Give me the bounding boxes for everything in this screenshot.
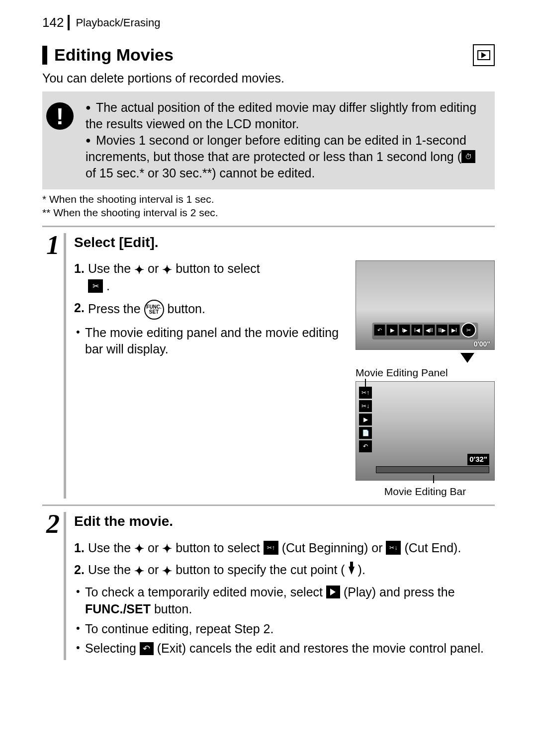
- warning-list: The actual position of the edited movie …: [86, 99, 486, 181]
- substep: 2.Press the FUNC.SET button.: [74, 300, 344, 320]
- substep: 1.Use the ✦ or ✦ button to select ✂↑ (Cu…: [74, 540, 495, 557]
- frame-fwd-icon: II▶: [437, 325, 448, 336]
- prev-frame-icon: I◀: [412, 325, 423, 336]
- warning-item: Movies 1 second or longer before editing…: [86, 132, 486, 181]
- play-icon: ▶: [359, 414, 372, 425]
- cut-end-icon: ✂↓: [359, 400, 372, 412]
- right-arrow-icon: ✦: [162, 563, 172, 579]
- up-arrow-icon: ✦: [134, 541, 144, 557]
- step-notes: The movie editing panel and the movie ed…: [74, 325, 344, 358]
- substep: 2.Use the ✦ or ✦ button to specify the c…: [74, 562, 495, 579]
- undo-icon: ↶: [374, 325, 385, 336]
- cut-beginning-icon: ✂↑: [359, 387, 372, 399]
- editing-bar: [376, 466, 489, 473]
- playback-mode-icon: [473, 44, 495, 66]
- cut-beginning-icon: ✂↑: [264, 541, 278, 555]
- warning-item: The actual position of the edited movie …: [86, 99, 486, 132]
- intro-text: You can delete portions of recorded movi…: [42, 71, 495, 85]
- panel-label: Movie Editing Panel: [356, 366, 495, 380]
- timelapse-movie-icon: ⏱: [461, 150, 475, 163]
- step-number: 2: [42, 512, 66, 660]
- warning-icon: !: [46, 102, 74, 130]
- next-frame-icon: ▶I: [449, 325, 460, 336]
- play-icon: [326, 586, 340, 598]
- step-note: To check a temporarily edited movie, sel…: [74, 584, 495, 618]
- edit-scissor-icon: ✂: [461, 323, 476, 337]
- left-arrow-icon: ✦: [134, 563, 144, 579]
- step-title: Edit the movie.: [74, 512, 495, 531]
- section-title: Editing Movies: [42, 46, 174, 64]
- left-arrow-icon: ✦: [134, 262, 144, 278]
- scissor-edit-icon: ✂: [88, 279, 103, 293]
- step-note: Selecting ↶ (Exit) cancels the edit and …: [74, 640, 495, 657]
- step-number: 1: [42, 233, 66, 499]
- right-arrow-icon: ✦: [162, 262, 172, 278]
- step-notes: To check a temporarily edited movie, sel…: [74, 584, 495, 657]
- footnotes: * When the shooting interval is 1 sec. *…: [42, 192, 495, 220]
- step-block: 1 Select [Edit]. 1.Use the ✦ or ✦ button…: [42, 226, 495, 499]
- step-substeps: 1.Use the ✦ or ✦ button to select ✂↑ (Cu…: [74, 540, 495, 579]
- exit-icon: ↶: [359, 440, 372, 452]
- bar-label: Movie Editing Bar: [356, 485, 495, 499]
- step-block: 2 Edit the movie. 1.Use the ✦ or ✦ butto…: [42, 504, 495, 660]
- frame-back-icon: ◀II: [424, 325, 435, 336]
- slow-play-icon: I▶: [399, 325, 410, 336]
- play-icon: ▶: [387, 325, 398, 336]
- movie-control-bar: ↶ ▶ I▶ I◀ ◀II II▶ ▶I ✂: [372, 323, 478, 339]
- down-arrow-icon: ✦: [162, 541, 172, 557]
- warning-box: ! The actual position of the edited movi…: [42, 91, 495, 189]
- footnote: ** When the shooting interval is 2 sec.: [42, 206, 495, 219]
- panel-time: 0'32": [467, 454, 489, 465]
- cut-end-icon: ✂↓: [386, 541, 401, 555]
- time-readout: 0'00": [474, 339, 490, 349]
- step-title: Select [Edit].: [74, 233, 495, 252]
- pointer-arrow-icon: [460, 353, 474, 363]
- step-note: The movie editing panel and the movie ed…: [74, 325, 344, 358]
- editing-side-icons: ✂↑ ✂↓ ▶ 📄 ↶: [359, 387, 372, 452]
- save-icon: 📄: [359, 427, 372, 439]
- illustration-column: ↶ ▶ I▶ I◀ ◀II II▶ ▶I ✂ 0'00" Movie Editi…: [356, 260, 495, 499]
- section-title-row: Editing Movies: [42, 44, 495, 66]
- substep: 1.Use the ✦ or ✦ button to select ✂ .: [74, 260, 344, 294]
- movie-control-panel-illustration: ↶ ▶ I▶ I◀ ◀II II▶ ▶I ✂ 0'00": [356, 260, 495, 350]
- func-set-button-icon: FUNC.SET: [144, 300, 164, 320]
- step-note: To continue editing, repeat Step 2.: [74, 621, 495, 638]
- cut-point-marker-icon: [349, 567, 355, 575]
- breadcrumb: Playback/Erasing: [76, 16, 160, 29]
- movie-editing-panel-illustration: ✂↑ ✂↓ ▶ 📄 ↶ 0'32": [356, 381, 495, 481]
- step-substeps: 1.Use the ✦ or ✦ button to select ✂ . 2.…: [74, 260, 344, 319]
- exit-icon: ↶: [140, 642, 154, 655]
- page-header: 142 Playback/Erasing: [42, 15, 495, 30]
- page-number: 142: [42, 15, 70, 30]
- footnote: * When the shooting interval is 1 sec.: [42, 192, 495, 206]
